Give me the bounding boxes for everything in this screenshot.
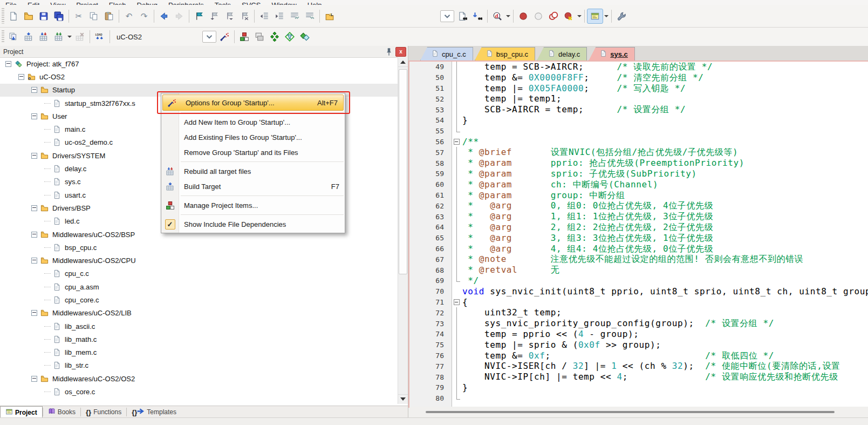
tree-item-middlewares-uc-os2-os2[interactable]: Middlewares/uC-OS2/OS2 bbox=[0, 372, 398, 385]
tree-item-cpu-core-c[interactable]: cpu_core.c bbox=[0, 293, 398, 306]
build-icon[interactable] bbox=[21, 30, 36, 44]
code-text[interactable]: temp |= sprio & (0x0f >> group); bbox=[462, 340, 661, 350]
run-time-env-icon[interactable] bbox=[297, 30, 312, 44]
indent-right-icon[interactable] bbox=[272, 9, 287, 23]
menu-item-build-target[interactable]: Build TargetF7 bbox=[161, 179, 345, 194]
translate-icon[interactable] bbox=[6, 30, 21, 44]
expand-collapse-icon[interactable] bbox=[31, 205, 37, 211]
menu-item-options-for-group-startup[interactable]: Options for Group 'Startup'...Alt+F7 bbox=[162, 95, 344, 111]
expand-collapse-icon[interactable] bbox=[31, 87, 37, 93]
nav-back-icon[interactable] bbox=[156, 9, 172, 23]
pack-installer-icon[interactable] bbox=[267, 30, 282, 44]
code-text[interactable]: uint32_t temp; bbox=[462, 307, 562, 318]
tree-item-os-core-c[interactable]: os_core.c bbox=[0, 385, 398, 398]
hscroll-thumb[interactable] bbox=[426, 411, 835, 413]
menu-item-flash[interactable]: Flash bbox=[104, 1, 132, 5]
tree-item-cpu-c-c[interactable]: cpu_c.c bbox=[0, 267, 398, 280]
incremental-find-icon[interactable] bbox=[470, 9, 485, 23]
code-text[interactable]: void sys_nvic_init(uint8_t pprio, uint8_… bbox=[462, 286, 868, 297]
indent-left-icon[interactable] bbox=[257, 9, 272, 23]
tree-item-lib-mem-c[interactable]: lib_mem.c bbox=[0, 346, 398, 359]
menu-item-help[interactable]: Help bbox=[302, 1, 327, 5]
bottom-tab-books[interactable]: Books bbox=[43, 406, 80, 418]
code-text[interactable]: sys_nvic_priority_group_config(group); /… bbox=[462, 318, 774, 329]
expand-collapse-icon[interactable] bbox=[31, 232, 37, 238]
scroll-up-arrow[interactable] bbox=[398, 57, 408, 67]
save-all-icon[interactable] bbox=[51, 9, 66, 23]
menu-item-add-new-item-to-group-startup[interactable]: Add New Item to Group 'Startup'... bbox=[161, 114, 345, 130]
batch-build-icon[interactable] bbox=[51, 30, 66, 44]
menu-item-remove-group-startup-and-its-files[interactable]: Remove Group 'Startup' and its Files bbox=[161, 145, 345, 160]
menu-item-edit[interactable]: Edit bbox=[22, 1, 45, 5]
load-flash-icon[interactable]: LOAD bbox=[92, 30, 107, 44]
fold-margin-collapse-icon[interactable] bbox=[452, 137, 462, 147]
wrench-icon[interactable] bbox=[614, 9, 629, 23]
code-text[interactable]: * @arg 4, 组4: 4位抢占优先级, 0位子优先级 bbox=[462, 244, 713, 254]
pin-icon[interactable] bbox=[384, 48, 394, 56]
breakpoint-disable-all-icon[interactable] bbox=[561, 9, 576, 23]
tree-item-lib-math-c[interactable]: lib_math.c bbox=[0, 333, 398, 346]
expand-collapse-icon[interactable] bbox=[31, 258, 37, 264]
breakpoint-icon[interactable] bbox=[516, 9, 531, 23]
select-packs-icon[interactable] bbox=[282, 30, 297, 44]
batch-build-dropdown-caret[interactable] bbox=[66, 30, 72, 44]
manage-components-icon[interactable] bbox=[237, 30, 252, 44]
menu-item-manage-project-items[interactable]: Manage Project Items... bbox=[161, 198, 345, 213]
expand-collapse-icon[interactable] bbox=[18, 74, 24, 80]
bookmark-prev-icon[interactable] bbox=[207, 9, 222, 23]
code-text[interactable]: } bbox=[462, 382, 468, 393]
code-text[interactable]: * @arg 1, 组1: 1位抢占优先级, 3位子优先级 bbox=[462, 211, 713, 222]
expand-collapse-icon[interactable] bbox=[5, 61, 11, 67]
combo-chevron-icon[interactable] bbox=[440, 9, 455, 23]
paste-icon[interactable] bbox=[101, 9, 117, 23]
copy-icon[interactable] bbox=[86, 9, 101, 23]
breakpoint-disable-all-dropdown-caret[interactable] bbox=[576, 9, 582, 23]
code-text[interactable]: { bbox=[462, 297, 468, 308]
breakpoint-disabled-icon[interactable] bbox=[531, 9, 546, 23]
code-text[interactable]: SCB->AIRCR = temp; /* 设置分组 */ bbox=[462, 104, 686, 115]
debug-session-icon[interactable]: d bbox=[490, 9, 505, 23]
editor-tab-bsp_cpu-c[interactable]: bsp_cpu.c bbox=[475, 47, 535, 60]
scroll-thumb[interactable] bbox=[399, 69, 407, 274]
bottom-tab-project[interactable]: Project bbox=[0, 406, 43, 418]
tree-item-middlewares-uc-os2-lib[interactable]: Middlewares/uC-OS2/LIB bbox=[0, 307, 398, 320]
menu-item-tools[interactable]: Tools bbox=[209, 1, 236, 5]
code-text[interactable]: NVIC->IP[ch] |= temp << 4; /* 设置响应优先级和抢断… bbox=[462, 372, 838, 382]
code-text[interactable]: } bbox=[462, 115, 468, 126]
open-folder-icon[interactable] bbox=[21, 9, 36, 23]
comment-icon[interactable] bbox=[287, 9, 302, 23]
cut-icon[interactable]: ✂ bbox=[71, 9, 86, 23]
tree-item-cpu-a-asm[interactable]: cpu_a.asm bbox=[0, 280, 398, 293]
code-text[interactable]: * @param pprio: 抢占优先级(PreemptionPriority… bbox=[462, 158, 744, 168]
menu-item-peripherals[interactable]: Peripherals bbox=[163, 1, 209, 5]
scroll-down-arrow[interactable] bbox=[398, 394, 408, 404]
code-text[interactable]: * @param sprio: 子优先级(SubPriority) bbox=[462, 168, 697, 179]
code-text[interactable]: temp = pprio << (4 - group); bbox=[462, 329, 639, 340]
expand-collapse-icon[interactable] bbox=[31, 310, 37, 316]
code-text[interactable]: temp = SCB->AIRCR; /* 读取先前的设置 */ bbox=[462, 62, 713, 72]
menu-item-rebuild-all-target-files[interactable]: Rebuild all target files bbox=[161, 164, 345, 179]
tree-item-project-atk-f767[interactable]: Project: atk_f767 bbox=[0, 57, 398, 70]
tree-item-bsp-cpu-c[interactable]: bsp_cpu.c bbox=[0, 241, 398, 254]
uncomment-icon[interactable] bbox=[302, 9, 317, 23]
menu-item-debug[interactable]: Debug bbox=[132, 1, 163, 5]
bookmark-flag-icon[interactable] bbox=[192, 9, 207, 23]
code-text[interactable]: temp |= temp1; bbox=[462, 93, 562, 104]
edit-config-icon[interactable] bbox=[322, 9, 337, 23]
code-text[interactable]: /** bbox=[462, 137, 479, 147]
menu-item-project[interactable]: Project bbox=[71, 1, 103, 5]
code-text[interactable]: * @arg 3, 组3: 3位抢占优先级, 1位子优先级 bbox=[462, 233, 713, 244]
undo-icon[interactable]: ↶ bbox=[121, 9, 136, 23]
menu-item-svcs[interactable]: SVCS bbox=[236, 1, 266, 5]
editor-hscrollbar[interactable] bbox=[409, 407, 868, 417]
bookmark-clear-icon[interactable] bbox=[237, 9, 252, 23]
toolbar-grip[interactable] bbox=[2, 8, 4, 24]
save-icon[interactable] bbox=[36, 9, 51, 23]
manage-layers-icon[interactable] bbox=[252, 30, 267, 44]
rebuild-icon[interactable] bbox=[36, 30, 51, 44]
code-text[interactable]: * @arg 0, 组0: 0位抢占优先级, 4位子优先级 bbox=[462, 200, 713, 211]
bookmark-next-icon[interactable] bbox=[222, 9, 237, 23]
editor-tab-sys-c[interactable]: sys.c bbox=[589, 47, 635, 60]
tree-item-middlewares-uc-os2-cpu[interactable]: Middlewares/uC-OS2/CPU bbox=[0, 254, 398, 267]
menu-item-file[interactable]: File bbox=[0, 1, 22, 5]
